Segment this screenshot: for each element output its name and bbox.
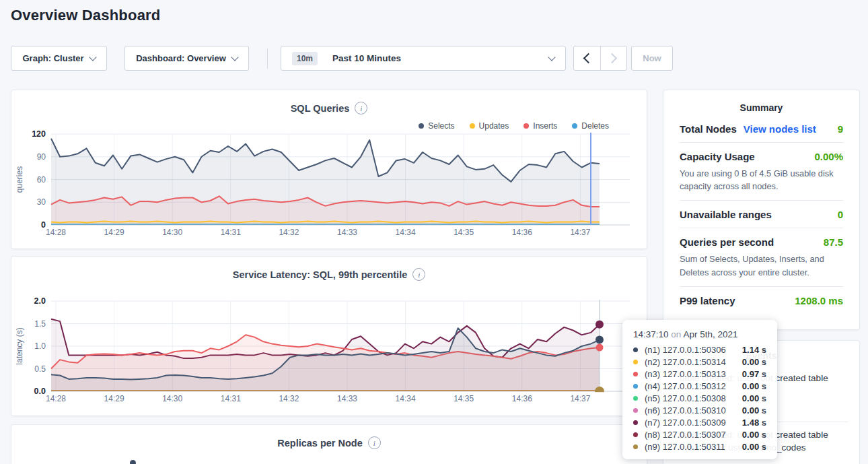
node-address: (n9) 127.0.0.1:50311 <box>645 442 742 452</box>
sql-queries-title: SQL Queries i <box>11 102 647 114</box>
summary-row: Unavailable ranges0 <box>680 201 843 228</box>
summary-value: 9 <box>838 123 843 135</box>
node-color-dot <box>633 420 638 425</box>
tooltip-row: (n3) 127.0.0.1:503130.97 s <box>633 368 766 380</box>
node-color-dot <box>633 372 638 376</box>
tooltip-row: (n8) 127.0.0.1:503070.00 s <box>633 428 766 440</box>
y-axis-tick: 90 <box>37 152 46 162</box>
hover-dot <box>595 321 604 329</box>
tooltip-row: (n5) 127.0.0.1:503080.00 s <box>633 392 766 404</box>
tooltip-time: 14:37:10 <box>633 329 669 339</box>
baseline-mask <box>591 392 608 398</box>
summary-label: P99 latency <box>680 295 735 306</box>
tooltip-row: (n1) 127.0.0.1:503061.14 s <box>633 343 766 356</box>
x-axis-tick: 14:29 <box>104 394 124 403</box>
page-title: Overview Dashboard <box>11 7 160 24</box>
legend-dot-icon <box>470 123 475 129</box>
legend-dot <box>130 460 136 464</box>
tooltip-timestamp: 14:37:10 on Apr 5th, 2021 <box>633 329 766 339</box>
summary-row: Queries per second87.5Sum of Selects, Up… <box>680 228 843 286</box>
time-range-selector[interactable]: 10m Past 10 Minutes <box>281 46 566 71</box>
node-latency-value: 0.00 <box>742 381 759 391</box>
summary-row-header: Unavailable ranges0 <box>680 209 843 220</box>
node-latency-value: 0.00 <box>742 405 759 416</box>
tooltip-row: (n2) 127.0.0.1:503140.00 s <box>633 356 766 368</box>
x-axis-tick: 14:33 <box>337 228 357 237</box>
summary-label: Capacity Usage <box>680 151 755 162</box>
node-address: (n7) 127.0.0.1:50309 <box>645 418 742 428</box>
overview-dashboard-page: Overview Dashboard Graph: Cluster Dashbo… <box>0 0 868 464</box>
view-nodes-link[interactable]: View nodes list <box>744 123 816 135</box>
dashboard-dropdown[interactable]: Dashboard: Overview <box>124 46 249 71</box>
y-axis-tick: 1.0 <box>34 341 46 351</box>
y-axis-tick: 60 <box>37 175 46 185</box>
node-latency-unit: s <box>759 381 766 391</box>
chevron-right-icon <box>607 53 618 64</box>
summary-value: 1208.0 ms <box>795 295 843 306</box>
tooltip-rows: (n1) 127.0.0.1:503061.14 s(n2) 127.0.0.1… <box>633 343 766 453</box>
chevron-left-icon <box>583 53 593 64</box>
x-axis-tick: 14:32 <box>279 394 299 403</box>
node-latency-unit: s <box>759 369 766 379</box>
x-axis-tick: 14:36 <box>512 228 532 237</box>
node-color-dot <box>633 396 638 401</box>
node-latency-value: 0.00 <box>742 430 759 440</box>
replicas-title: Replicas per Node i <box>11 436 647 449</box>
hover-dot <box>596 344 604 352</box>
x-axis-tick: 14:28 <box>46 394 66 403</box>
summary-label: Total Nodes <box>680 123 737 135</box>
chart-title-text: Service Latency: SQL, 99th percentile <box>233 269 408 280</box>
x-axis-tick: 14:34 <box>396 228 416 237</box>
next-range-button[interactable] <box>600 46 627 70</box>
hover-dot <box>595 336 604 344</box>
x-axis-tick: 14:36 <box>512 394 532 403</box>
now-button[interactable]: Now <box>631 46 673 71</box>
summary-row-header: Total NodesView nodes list9 <box>680 123 843 135</box>
range-label: Past 10 Minutes <box>332 53 401 63</box>
node-latency-value: 0.97 <box>742 369 759 379</box>
chevron-down-icon <box>231 53 238 61</box>
node-latency-value: 1.14 <box>742 345 759 355</box>
node-address: (n4) 127.0.0.1:50312 <box>645 381 742 391</box>
graph-dropdown[interactable]: Graph: Cluster <box>11 46 107 71</box>
tooltip-row: (n9) 127.0.0.1:503110.00 s <box>633 440 766 453</box>
info-icon[interactable]: i <box>412 268 425 281</box>
summary-panel: Summary Total NodesView nodes list9Capac… <box>663 90 860 330</box>
summary-row-header: Queries per second87.5 <box>680 236 843 248</box>
chart-title-text: Replicas per Node <box>277 438 363 449</box>
controls-divider <box>267 48 268 69</box>
y-axis-tick: 120 <box>32 129 46 139</box>
summary-row-header: P99 latency1208.0 ms <box>680 295 843 306</box>
node-latency-value: 0.00 <box>742 393 759 403</box>
node-color-dot <box>633 347 638 352</box>
y-axis-tick: 0.0 <box>34 387 46 396</box>
x-axis-tick: 14:34 <box>396 394 416 403</box>
node-latency-unit: s <box>759 345 766 355</box>
node-color-dot <box>633 384 638 389</box>
tooltip-row: (n7) 127.0.0.1:503091.48 s <box>633 416 766 428</box>
tooltip-row: (n4) 127.0.0.1:503120.00 s <box>633 380 766 392</box>
x-axis-tick: 14:35 <box>454 228 474 237</box>
y-axis-tick: 1.5 <box>34 319 46 329</box>
summary-rows: Total NodesView nodes list9Capacity Usag… <box>680 113 843 314</box>
y-axis-unit-label: queries <box>15 166 24 193</box>
graph-dropdown-label: Graph: Cluster <box>22 53 83 63</box>
node-address: (n5) 127.0.0.1:50308 <box>645 393 742 403</box>
node-color-dot <box>633 444 638 449</box>
chevron-down-icon <box>89 53 96 61</box>
x-axis-tick: 14:29 <box>104 228 124 237</box>
x-axis-tick: 14:35 <box>454 394 474 403</box>
prev-range-button[interactable] <box>574 46 600 70</box>
summary-value: 0.00% <box>814 151 843 162</box>
info-icon[interactable]: i <box>355 102 367 114</box>
service-latency-chart[interactable]: 14:2814:2914:3014:3114:3214:3314:3414:35… <box>14 296 640 407</box>
summary-subtext: You are using 0 B of 4.5 GiB usable disk… <box>680 167 843 193</box>
node-latency-unit: s <box>759 357 766 367</box>
x-axis-tick: 14:30 <box>162 394 182 403</box>
legend-dot-icon <box>419 123 424 129</box>
node-address: (n3) 127.0.0.1:50313 <box>645 369 742 379</box>
info-icon[interactable]: i <box>368 436 381 449</box>
sql-queries-chart[interactable]: 14:2814:2914:3014:3114:3214:3314:3414:35… <box>14 129 640 242</box>
summary-subtext: Sum of Selects, Updates, Inserts, and De… <box>680 253 843 278</box>
chart-title-text: SQL Queries <box>291 103 350 114</box>
